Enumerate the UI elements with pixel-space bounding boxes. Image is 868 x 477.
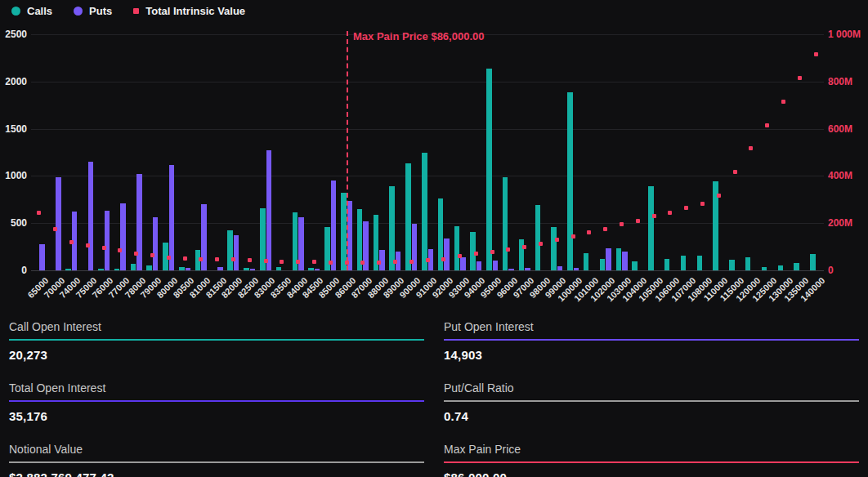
intrinsic-value-point[interactable]	[814, 52, 818, 56]
puts-bar[interactable]	[493, 261, 499, 270]
calls-bar[interactable]	[244, 268, 249, 270]
calls-bar[interactable]	[114, 269, 120, 270]
legend-item-calls[interactable]: Calls	[11, 5, 52, 17]
puts-bar[interactable]	[606, 248, 611, 270]
calls-bar[interactable]	[778, 265, 784, 270]
intrinsic-value-point[interactable]	[150, 253, 154, 257]
calls-bar[interactable]	[179, 267, 185, 270]
calls-bar[interactable]	[131, 264, 136, 270]
intrinsic-value-point[interactable]	[134, 252, 138, 256]
intrinsic-value-point[interactable]	[798, 76, 802, 80]
intrinsic-value-point[interactable]	[296, 260, 300, 264]
calls-bar[interactable]	[227, 230, 233, 270]
calls-bar[interactable]	[535, 205, 541, 270]
puts-bar[interactable]	[508, 269, 514, 270]
intrinsic-value-point[interactable]	[280, 260, 284, 264]
intrinsic-value-point[interactable]	[781, 100, 785, 104]
intrinsic-value-point[interactable]	[765, 123, 769, 127]
intrinsic-value-point[interactable]	[700, 202, 705, 206]
calls-bar[interactable]	[146, 265, 152, 270]
legend-item-intrinsic-value[interactable]: Total Intrinsic Value	[133, 5, 245, 17]
puts-bar[interactable]	[105, 211, 110, 270]
intrinsic-value-point[interactable]	[248, 258, 252, 262]
calls-bar[interactable]	[794, 263, 799, 270]
calls-bar[interactable]	[729, 260, 735, 270]
intrinsic-value-point[interactable]	[329, 261, 333, 265]
intrinsic-value-point[interactable]	[264, 259, 268, 263]
intrinsic-value-point[interactable]	[587, 230, 591, 234]
calls-bar[interactable]	[762, 267, 767, 270]
intrinsic-value-point[interactable]	[377, 261, 381, 265]
intrinsic-value-point[interactable]	[393, 260, 397, 264]
intrinsic-value-point[interactable]	[183, 256, 187, 261]
intrinsic-value-point[interactable]	[571, 234, 575, 238]
intrinsic-value-point[interactable]	[506, 247, 510, 252]
intrinsic-value-point[interactable]	[652, 214, 656, 218]
puts-bar[interactable]	[250, 269, 256, 270]
intrinsic-value-point[interactable]	[539, 242, 543, 246]
calls-bar[interactable]	[551, 227, 557, 270]
intrinsic-value-point[interactable]	[37, 211, 41, 215]
intrinsic-value-point[interactable]	[118, 248, 122, 252]
puts-bar[interactable]	[477, 261, 482, 270]
calls-bar[interactable]	[664, 259, 670, 270]
calls-bar[interactable]	[745, 257, 751, 270]
calls-bar[interactable]	[65, 269, 71, 270]
intrinsic-value-point[interactable]	[102, 246, 106, 250]
calls-bar[interactable]	[405, 163, 411, 270]
intrinsic-value-point[interactable]	[53, 227, 57, 231]
intrinsic-value-point[interactable]	[312, 260, 316, 264]
calls-bar[interactable]	[519, 239, 525, 270]
puts-bar[interactable]	[444, 238, 450, 270]
intrinsic-value-point[interactable]	[231, 257, 235, 261]
calls-bar[interactable]	[454, 226, 460, 270]
calls-bar[interactable]	[681, 256, 687, 270]
intrinsic-value-point[interactable]	[441, 257, 445, 261]
intrinsic-value-point[interactable]	[749, 146, 753, 150]
intrinsic-value-point[interactable]	[522, 245, 526, 249]
intrinsic-value-point[interactable]	[426, 258, 430, 262]
puts-bar[interactable]	[331, 181, 337, 270]
intrinsic-value-point[interactable]	[360, 261, 365, 265]
calls-bar[interactable]	[648, 186, 654, 270]
calls-bar[interactable]	[422, 153, 427, 270]
intrinsic-value-point[interactable]	[474, 252, 478, 256]
intrinsic-value-point[interactable]	[199, 257, 203, 261]
intrinsic-value-point[interactable]	[636, 219, 640, 223]
calls-bar[interactable]	[810, 254, 816, 270]
intrinsic-value-point[interactable]	[458, 254, 462, 258]
calls-bar[interactable]	[486, 69, 492, 270]
puts-bar[interactable]	[169, 165, 175, 270]
intrinsic-value-point[interactable]	[733, 170, 737, 174]
puts-bar[interactable]	[56, 177, 61, 270]
calls-bar[interactable]	[632, 261, 638, 270]
intrinsic-value-point[interactable]	[69, 240, 74, 244]
puts-bar[interactable]	[460, 257, 466, 270]
calls-bar[interactable]	[308, 268, 314, 270]
intrinsic-value-point[interactable]	[215, 257, 219, 261]
intrinsic-value-point[interactable]	[717, 194, 721, 198]
calls-bar[interactable]	[567, 92, 573, 270]
calls-bar[interactable]	[600, 259, 606, 270]
legend-item-puts[interactable]: Puts	[74, 5, 112, 17]
puts-bar[interactable]	[120, 203, 126, 270]
intrinsic-value-point[interactable]	[86, 243, 90, 247]
puts-bar[interactable]	[557, 266, 563, 270]
puts-bar[interactable]	[39, 244, 45, 270]
puts-bar[interactable]	[574, 268, 579, 270]
intrinsic-value-point[interactable]	[555, 238, 559, 242]
intrinsic-value-point[interactable]	[167, 256, 171, 260]
puts-bar[interactable]	[186, 268, 191, 270]
calls-bar[interactable]	[697, 256, 703, 270]
calls-bar[interactable]	[98, 269, 104, 270]
puts-bar[interactable]	[88, 162, 94, 270]
intrinsic-value-point[interactable]	[620, 222, 624, 226]
intrinsic-value-point[interactable]	[603, 227, 607, 231]
puts-bar[interactable]	[234, 235, 239, 270]
calls-bar[interactable]	[584, 253, 589, 270]
intrinsic-value-point[interactable]	[490, 250, 494, 254]
intrinsic-value-point[interactable]	[684, 206, 688, 210]
puts-bar[interactable]	[266, 150, 272, 270]
calls-bar[interactable]	[503, 177, 508, 270]
calls-bar[interactable]	[341, 193, 347, 270]
